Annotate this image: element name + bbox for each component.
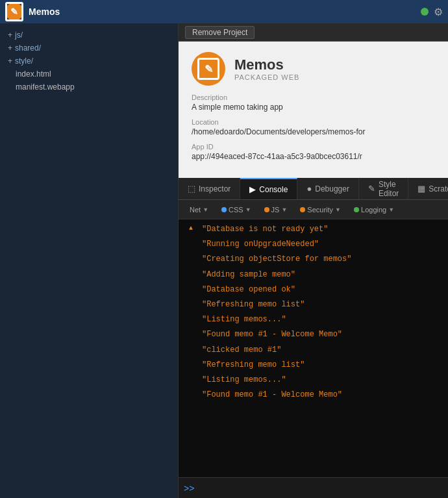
tab-debugger-label: Debugger [315,184,349,193]
tab-console[interactable]: ▶ Console [240,178,297,199]
js-arrow: ▼ [281,206,287,213]
console-filter-bar: Net ▼ CSS ▼ JS ▼ Security ▼ [179,200,448,219]
file-tree: + js/ + shared/ + style/ index.html mani… [0,23,178,99]
console-line: "Found memo #1 - Welcome Memo" [179,388,448,403]
filter-js[interactable]: JS ▼ [258,204,293,216]
tree-label: index.html [16,69,51,79]
app-logo: ✎ [192,52,225,86]
tab-scratchpad[interactable]: ▦ Scratchpad [408,178,448,199]
security-dot [300,207,305,212]
style-editor-icon: ✎ [368,184,375,193]
debugger-icon: ● [306,184,312,193]
filter-logging[interactable]: Logging ▼ [348,204,400,216]
console-line: "Database opened ok" [179,282,448,297]
traffic-lights [421,8,429,16]
js-dot [264,207,269,212]
main-layout: + js/ + shared/ + style/ index.html mani… [0,23,448,498]
appid-label: App ID [192,143,448,151]
tab-console-label: Console [259,185,288,194]
app-logo-inner: ✎ [5,2,23,21]
tree-arrow: + [8,44,12,53]
app-title: Memos [29,6,416,17]
scratchpad-icon: ▦ [417,184,425,193]
devtools-panel: ⬚ Inspector ▶ Console ● Debugger ✎ Style… [179,178,448,498]
traffic-light-green [421,8,429,16]
console-line: "Refreshing memo list" [179,358,448,373]
security-label: Security [307,206,333,214]
app-type-badge: PACKAGED WEB [234,73,299,81]
css-label: CSS [229,206,243,214]
css-dot [221,207,227,212]
sidebar-item-shared[interactable]: + shared/ [0,42,178,55]
console-line: "Creating objectStore for memos" [179,252,448,267]
tab-scratchpad-label: Scratchpad [429,184,448,193]
app-icon: ✎ [5,3,23,21]
tab-inspector-label: Inspector [199,184,230,193]
net-arrow: ▼ [203,206,208,213]
app-name: Memos [234,56,299,73]
logging-label: Logging [361,206,386,214]
tab-inspector[interactable]: ⬚ Inspector [179,178,240,199]
tree-label: style/ [15,56,33,66]
console-line: "Adding sample memo" [179,268,448,282]
js-label: JS [271,206,280,214]
filter-css[interactable]: CSS ▼ [216,204,257,216]
right-panel: Remove Project ✎ Memos PACKAGED WEB Desc… [179,23,448,498]
tab-style-editor[interactable]: ✎ Style Editor [359,178,408,199]
description-value: A simple memo taking app [192,103,448,112]
console-input[interactable] [199,484,448,493]
appid-section: App ID app://494eaced-87cc-41aa-a5c3-9a0… [192,143,448,161]
console-line: "Listing memos..." [179,373,448,388]
filter-security[interactable]: Security ▼ [294,204,347,216]
tree-arrow: + [8,56,12,66]
clear-button[interactable]: Clear [445,205,448,215]
console-icon: ▶ [249,184,256,194]
console-line: "Refreshing memo list" [179,297,448,312]
sidebar-item-js[interactable]: + js/ [0,29,178,42]
description-label: Description [192,93,448,101]
location-section: Location /home/edoardo/Documents/develop… [192,118,448,136]
console-line: "Listing memos..." [179,312,448,327]
app-info-header: ✎ Memos PACKAGED WEB [192,52,448,86]
css-arrow: ▼ [245,206,251,213]
sidebar-item-index[interactable]: index.html [0,68,178,81]
console-output: "Database is not ready yet""Running onUp… [179,219,448,477]
description-section: Description A simple memo taking app [192,93,448,112]
remove-project-button[interactable]: Remove Project [185,26,255,39]
security-arrow: ▼ [335,206,341,213]
logging-dot [354,207,359,212]
location-value: /home/edoardo/Documents/developers/memos… [192,127,448,136]
location-label: Location [192,118,448,126]
console-prompt-icon: >> [184,483,194,493]
remove-project-bar: Remove Project [179,23,448,42]
console-line: "Running onUpgradeNeeded" [179,237,448,252]
console-line: "Found memo #1 - Welcome Memo" [179,327,448,342]
tab-debugger[interactable]: ● Debugger [297,178,359,199]
inspector-icon: ⬚ [188,184,195,193]
gear-icon[interactable]: ⚙ [434,6,443,18]
net-label: Net [190,206,201,214]
app-info-panel: ✎ Memos PACKAGED WEB Description A simpl… [179,42,448,178]
tree-arrow: + [8,31,12,40]
tree-label: js/ [15,31,23,40]
tab-style-editor-label: Style Editor [379,180,399,198]
filter-net[interactable]: Net ▼ [184,204,214,216]
devtools-tabs: ⬚ Inspector ▶ Console ● Debugger ✎ Style… [179,178,448,200]
sidebar-item-style[interactable]: + style/ [0,55,178,68]
sidebar: + js/ + shared/ + style/ index.html mani… [0,23,179,498]
logging-arrow: ▼ [388,206,394,213]
tree-label: shared/ [15,44,41,53]
console-line: "Database is not ready yet" [179,222,448,237]
top-bar: ✎ Memos ⚙ [0,0,448,23]
appid-value: app://494eaced-87cc-41aa-a5c3-9a0bcec036… [192,152,448,161]
console-input-bar: >> [179,477,448,498]
console-line: "clicked memo #1" [179,343,448,358]
tree-label: manifest.webapp [16,82,75,92]
app-name-group: Memos PACKAGED WEB [234,56,299,81]
sidebar-item-manifest[interactable]: manifest.webapp [0,81,178,93]
